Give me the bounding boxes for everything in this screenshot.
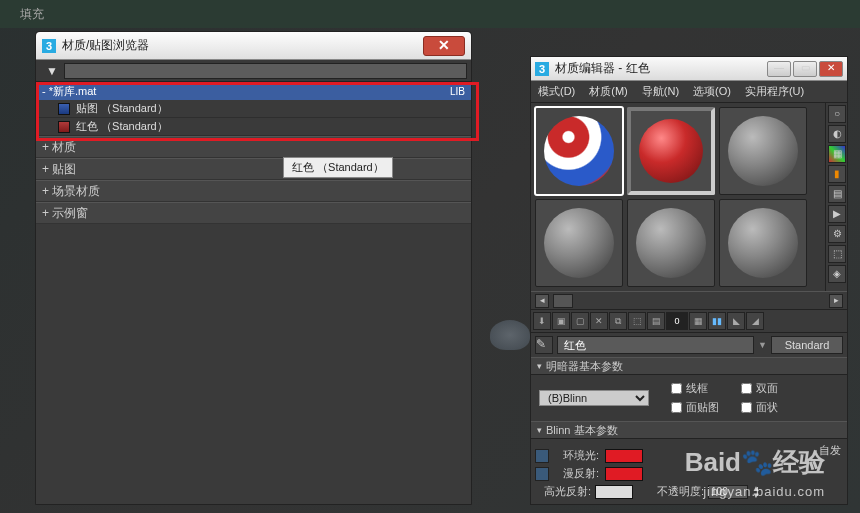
category-scene-materials[interactable]: + 场景材质 [36, 180, 471, 202]
material-browser-window: 3 材质/贴图浏览器 ✕ ▼ - *新库.mat LIB 贴图 （Standar… [35, 31, 472, 505]
material-item-texture[interactable]: 贴图 （Standard） [36, 100, 471, 118]
menu-options[interactable]: 选项(O) [686, 84, 738, 99]
menu-navigation[interactable]: 导航(N) [635, 84, 686, 99]
category-sample-slots[interactable]: + 示例窗 [36, 202, 471, 224]
app-icon: 3 [535, 62, 549, 76]
scroll-left-icon[interactable]: ◂ [535, 294, 549, 308]
sample-area: ○ ◐ ▦ ▮ ▤ ▶ ⚙ ⬚ ◈ [531, 103, 847, 291]
diffuse-lock-icon[interactable] [535, 467, 549, 481]
app-icon: 3 [42, 39, 56, 53]
browser-body: - *新库.mat LIB 贴图 （Standard） 红色 （Standard… [36, 82, 471, 224]
wire-checkbox[interactable]: 线框 [671, 381, 731, 396]
fill-label: 填充 [20, 6, 44, 23]
options-icon[interactable]: ⚙ [828, 225, 846, 243]
material-type-button[interactable]: Standard [771, 336, 843, 354]
sample-slot-6[interactable] [719, 199, 807, 287]
sample-uv-icon[interactable]: ▮ [828, 165, 846, 183]
ambient-lock-icon[interactable] [535, 449, 549, 463]
make-copy-icon[interactable]: ⧉ [609, 312, 627, 330]
category-maps[interactable]: + 贴图 [36, 158, 471, 180]
sample-type-tools: ○ ◐ ▦ ▮ ▤ ▶ ⚙ ⬚ ◈ [825, 103, 847, 291]
sample-grid [531, 103, 825, 291]
close-button[interactable]: ✕ [423, 36, 465, 56]
menu-modes[interactable]: 模式(D) [531, 84, 582, 99]
twoside-checkbox[interactable]: 双面 [741, 381, 801, 396]
sample-sphere [636, 208, 706, 278]
diffuse-label: 漫反射: [555, 466, 599, 481]
material-editor-window: 3 材质编辑器 - 红色 — ▭ ✕ 模式(D) 材质(M) 导航(N) 选项(… [530, 56, 848, 505]
blinn-rollout-body: 自发 环境光: 漫反射: 高光反射: 不透明度: ▲▼ [531, 439, 847, 508]
show-map-icon[interactable]: ▦ [689, 312, 707, 330]
diffuse-color-swatch[interactable] [605, 467, 643, 481]
select-by-material-icon[interactable]: ⬚ [828, 245, 846, 263]
reset-map-icon[interactable]: ✕ [590, 312, 608, 330]
sample-slot-2[interactable] [627, 107, 715, 195]
window-buttons: — ▭ ✕ [767, 61, 843, 77]
material-map-navigator-icon[interactable]: ◈ [828, 265, 846, 283]
maximize-button[interactable]: ▭ [793, 61, 817, 77]
backlight-icon[interactable]: ◐ [828, 125, 846, 143]
make-unique-icon[interactable]: ⬚ [628, 312, 646, 330]
blinn-rollout-header[interactable]: Blinn 基本参数 [531, 421, 847, 439]
background-icon[interactable]: ▦ [828, 145, 846, 163]
sample-scroll-row: ◂ ▸ [531, 291, 847, 309]
sample-sphere [728, 208, 798, 278]
faceted-checkbox[interactable]: 面状 [741, 400, 801, 415]
sample-slot-5[interactable] [627, 199, 715, 287]
material-item-red[interactable]: 红色 （Standard） [36, 118, 471, 136]
browser-title-text: 材质/贴图浏览器 [62, 37, 149, 54]
shader-rollout-body: (B)Blinn 线框 双面 面贴图 面状 [531, 375, 847, 421]
pick-material-icon[interactable]: ✎ [535, 336, 553, 354]
assign-to-selection-icon[interactable]: ▢ [571, 312, 589, 330]
make-preview-icon[interactable]: ▶ [828, 205, 846, 223]
shader-rollout-header[interactable]: 明暗器基本参数 [531, 357, 847, 375]
sample-sphere [639, 119, 703, 183]
material-swatch-icon [58, 121, 70, 133]
material-id-icon[interactable]: 0 [666, 312, 688, 330]
tooltip: 红色 （Standard） [283, 157, 393, 178]
material-item-label: 贴图 （Standard） [76, 101, 168, 116]
specular-label: 高光反射: [535, 484, 591, 499]
sample-sphere [544, 208, 614, 278]
editor-toolbar: ⬇ ▣ ▢ ✕ ⧉ ⬚ ▤ 0 ▦ ▮▮ ◣ ◢ [531, 309, 847, 333]
menu-utilities[interactable]: 实用程序(U) [738, 84, 811, 99]
scene-teapot [490, 320, 530, 350]
put-to-scene-icon[interactable]: ▣ [552, 312, 570, 330]
ambient-color-swatch[interactable] [605, 449, 643, 463]
material-name-input[interactable] [557, 336, 754, 354]
close-button[interactable]: ✕ [819, 61, 843, 77]
menu-material[interactable]: 材质(M) [582, 84, 635, 99]
sample-slot-4[interactable] [535, 199, 623, 287]
go-forward-icon[interactable]: ◢ [746, 312, 764, 330]
category-materials[interactable]: + 材质 [36, 136, 471, 158]
editor-titlebar[interactable]: 3 材质编辑器 - 红色 — ▭ ✕ [531, 57, 847, 81]
ambient-label: 环境光: [555, 448, 599, 463]
shader-select[interactable]: (B)Blinn [539, 390, 649, 406]
top-toolbar-bg: 填充 [0, 0, 860, 28]
search-input[interactable] [64, 63, 467, 79]
spinner-arrows-icon[interactable]: ▲▼ [752, 485, 760, 499]
sample-sphere [728, 116, 798, 186]
sample-type-icon[interactable]: ○ [828, 105, 846, 123]
lib-tag: LIB [450, 86, 465, 97]
scroll-right-icon[interactable]: ▸ [829, 294, 843, 308]
get-material-icon[interactable]: ⬇ [533, 312, 551, 330]
put-to-library-icon[interactable]: ▤ [647, 312, 665, 330]
library-header[interactable]: - *新库.mat LIB [36, 82, 471, 100]
specular-color-swatch[interactable] [595, 485, 633, 499]
dropdown-icon[interactable]: ▼ [758, 340, 767, 350]
opacity-spinner[interactable] [708, 485, 748, 499]
go-to-parent-icon[interactable]: ◣ [727, 312, 745, 330]
sample-sphere [544, 116, 614, 186]
video-color-icon[interactable]: ▤ [828, 185, 846, 203]
show-end-result-icon[interactable]: ▮▮ [708, 312, 726, 330]
facemap-checkbox[interactable]: 面贴图 [671, 400, 731, 415]
editor-menu-bar: 模式(D) 材质(M) 导航(N) 选项(O) 实用程序(U) [531, 81, 847, 103]
material-item-label: 红色 （Standard） [76, 119, 168, 134]
scroll-handle[interactable] [553, 294, 573, 308]
sample-slot-3[interactable] [719, 107, 807, 195]
browser-titlebar[interactable]: 3 材质/贴图浏览器 ✕ [36, 32, 471, 60]
sample-slot-1[interactable] [535, 107, 623, 195]
minimize-button[interactable]: — [767, 61, 791, 77]
options-dropdown-icon[interactable]: ▼ [46, 64, 58, 78]
